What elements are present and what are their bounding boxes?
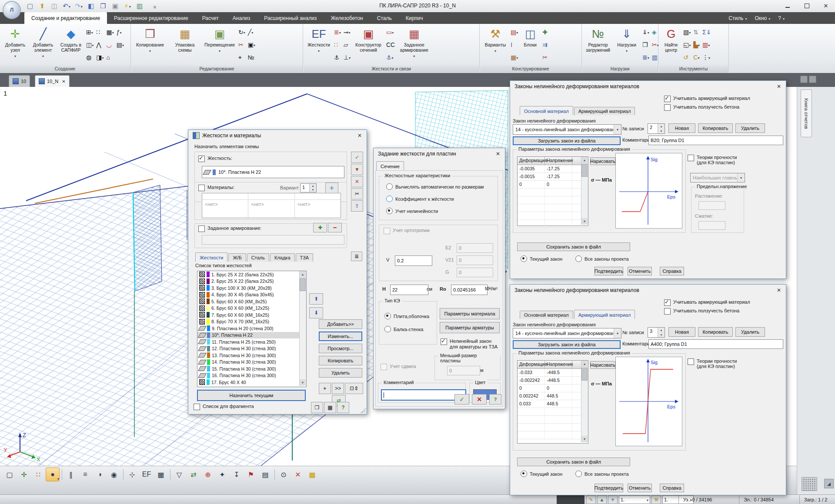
list-scrollbar[interactable]: ▲▼ bbox=[299, 271, 306, 386]
current-law-radio[interactable]: Текущий закон bbox=[521, 471, 562, 477]
ribbon-small-icon[interactable]: ⋮ bbox=[701, 52, 712, 63]
stiffness-list-item[interactable]: 16. Пластина Н 30 (стена 300) bbox=[197, 372, 306, 379]
stiffness-action-button[interactable]: Изменить... bbox=[319, 332, 362, 341]
law-table[interactable]: ДеформацияНапряжение -0.033-448.5-0.0022… bbox=[517, 360, 588, 444]
consider-reinforcement-checkbox[interactable]: Учитывать армирующий материал bbox=[664, 96, 750, 102]
stiffness-action-button[interactable]: Добавить>> bbox=[319, 319, 362, 329]
stiffness-list-item[interactable]: 9. Пластина Н 20 (стена 200) bbox=[197, 325, 306, 332]
table-row[interactable]: -0.033-448.5 bbox=[518, 369, 588, 377]
load-law-button[interactable]: Загрузить закон из файла bbox=[513, 340, 621, 349]
scissors-button[interactable]: ✂ bbox=[351, 188, 363, 199]
stiffness-list-item[interactable]: 2. Брус 25 X 22 (балка 22x25) bbox=[197, 278, 306, 285]
red-target-icon[interactable]: ⊕ bbox=[201, 468, 215, 481]
ribbon-tab[interactable]: Создание и редактирование bbox=[24, 12, 107, 24]
snapshot[interactable]: ▣ bbox=[110, 1, 121, 11]
ribbon-small-icon[interactable]: ⚓ bbox=[333, 52, 342, 63]
ribbon-small-icon[interactable]: ▧ bbox=[682, 27, 691, 38]
arrow-up-button[interactable]: ⇧ bbox=[351, 200, 363, 212]
concrete-creep-checkbox[interactable]: Учитывать ползучесть бетона bbox=[664, 104, 739, 111]
ribbon-small-icon[interactable]: ⊥ bbox=[343, 52, 351, 63]
copy[interactable]: ❒ Копирование bbox=[133, 26, 167, 66]
stiffness-ef-icon[interactable]: EF bbox=[140, 468, 154, 481]
stiffness-list-item[interactable]: 15. Пластина Н 30 (стена 300) bbox=[197, 365, 306, 372]
remove-reinforcement-button[interactable]: ━ bbox=[328, 223, 342, 232]
add-variant-button[interactable]: ✛ bbox=[325, 182, 338, 194]
table-row[interactable]: 0.002242448.5 bbox=[518, 392, 588, 400]
ribbon-small-icon[interactable]: ✚ bbox=[541, 27, 548, 38]
sum-flows-button[interactable]: ⊡⇕ bbox=[345, 383, 363, 394]
remove-assignment-button[interactable]: ✕ bbox=[351, 176, 363, 187]
nonlinearity-radio[interactable]: Учет нелинейности bbox=[386, 208, 438, 214]
ribbon-small-icon[interactable]: ◍ bbox=[85, 52, 94, 63]
reinforcing-material-tab[interactable]: Армирующий материал bbox=[574, 310, 635, 319]
ribbon-small-icon[interactable]: ⇓ bbox=[641, 27, 650, 38]
ribbon-small-icon[interactable]: ∷ bbox=[333, 39, 342, 50]
stiffness-dialog-tab[interactable]: Кладка bbox=[270, 253, 295, 262]
new-button[interactable]: Новая bbox=[668, 327, 695, 337]
document-tab-10[interactable]: 10 bbox=[9, 75, 30, 87]
stiffness-list-item[interactable]: 4. Брус 30 X 45 (балка 30x45) bbox=[197, 292, 306, 298]
draw-button[interactable]: Нарисовать bbox=[590, 361, 615, 369]
section-designer[interactable]: ▣Конструкторсечений bbox=[352, 26, 384, 66]
material-params-button[interactable]: Параметры материала bbox=[440, 308, 500, 319]
ribbon-small-icon[interactable]: ⚓ bbox=[385, 52, 396, 63]
ribbon-small-icon[interactable]: ◨ bbox=[95, 52, 104, 63]
table-row[interactable] bbox=[518, 416, 588, 424]
materials-table[interactable]: <нет> <нет> <нет> bbox=[202, 193, 341, 218]
comment-field[interactable]: A400; Группа D1 bbox=[648, 339, 783, 349]
concrete-creep-checkbox[interactable]: Учитывать ползучесть бетона bbox=[664, 308, 739, 315]
ribbon-tab[interactable]: Железобетон bbox=[324, 12, 370, 24]
strength-theory-checkbox[interactable]: Теории прочности(для КЭ пластин) bbox=[688, 155, 781, 165]
stiffness-dialog-tab[interactable]: Сталь bbox=[247, 253, 269, 262]
swap-arrows-icon[interactable]: ⇄ bbox=[187, 468, 200, 481]
ribbon-tab[interactable]: Расширенный анализ bbox=[257, 12, 324, 24]
toolbar-more-button[interactable]: ≡ bbox=[151, 2, 158, 12]
help-button[interactable]: Справка bbox=[660, 484, 684, 492]
help-button[interactable]: ? bbox=[337, 402, 349, 413]
table-scrollbar[interactable]: ▲▼ bbox=[581, 157, 588, 225]
ribbon-small-icon[interactable]: CC bbox=[385, 39, 396, 50]
table-row[interactable]: -0.0015-17.25 bbox=[518, 173, 588, 181]
table-scrollbar[interactable]: ▲▼ bbox=[581, 361, 588, 442]
new-document[interactable]: ▢ bbox=[24, 1, 36, 11]
next-loadcase-button[interactable]: ▼ bbox=[608, 495, 618, 504]
law-combo[interactable]: 14 - кусочно-линейный закон деформирован… bbox=[513, 124, 621, 135]
record-spinner[interactable]: 2▲▼ bbox=[648, 123, 665, 134]
save-law-button[interactable]: Сохранить закон в файл bbox=[517, 242, 630, 251]
ribbon-small-icon[interactable]: ▦ bbox=[106, 27, 115, 38]
stiffness-action-button[interactable]: Удалить bbox=[319, 368, 362, 378]
auto-calc-radio[interactable]: Вычислять автоматически по размерам bbox=[386, 183, 484, 190]
table-row[interactable]: -0.002242-448.5 bbox=[518, 377, 588, 385]
stiffness-checkbox[interactable]: Жесткость: bbox=[198, 156, 232, 162]
reinforcing-material-tab[interactable]: Армирующий материал bbox=[574, 107, 635, 115]
delete-button[interactable]: Удалить bbox=[735, 327, 765, 337]
draw-button[interactable]: Нарисовать bbox=[590, 157, 615, 165]
variant-spinner[interactable]: 1▲▼ bbox=[300, 183, 317, 192]
ribbon-small-icon[interactable]: ƒ bbox=[116, 27, 125, 38]
table-row[interactable] bbox=[518, 431, 588, 439]
clipboard-button[interactable]: ❒ bbox=[311, 402, 323, 413]
model-toggle-icon[interactable]: ▩ bbox=[305, 468, 319, 481]
ribbon-small-icon[interactable]: ≣ bbox=[641, 52, 650, 63]
ribbon-small-icon[interactable]: C bbox=[692, 52, 701, 63]
stiffness-list-item[interactable]: 17. Брус 40 X 40 bbox=[197, 379, 306, 386]
stiffness-list-item[interactable]: 1. Брус 25 X 22 (балка 22x25) bbox=[197, 271, 306, 278]
ribbon-small-icon[interactable]: ▤ bbox=[116, 39, 125, 50]
stiffness-dialog-tab[interactable]: Жесткости bbox=[195, 252, 227, 262]
pointer-filter-button[interactable]: ⌖ bbox=[319, 383, 331, 394]
move-up-button[interactable]: ⬆ bbox=[309, 293, 323, 305]
pack-model[interactable]: ▦ Упаковкасхемы bbox=[168, 26, 202, 66]
minimize-button[interactable] bbox=[781, 1, 794, 10]
comment-field[interactable]: B20; Группа D1 bbox=[648, 136, 783, 145]
stiffness-type-list[interactable]: 1. Брус 25 X 22 (балка 22x25) 2. Брус 25… bbox=[197, 271, 307, 387]
panel-grip[interactable] bbox=[802, 477, 817, 491]
expand-more-button[interactable]: >> bbox=[332, 383, 344, 394]
ring-icon[interactable]: ◉ bbox=[107, 468, 121, 481]
ribbon-small-icon[interactable]: ⌖ bbox=[237, 52, 246, 63]
stiffness-list-item[interactable]: 14. Пластина Н 30 (стена 300) bbox=[197, 359, 306, 366]
stiffness-list-item[interactable]: 6. Брус 60 X 60 (КМ_12x25) bbox=[197, 305, 306, 312]
set-current-button[interactable]: Назначить текущим bbox=[197, 390, 306, 401]
list-icon[interactable]: ≡ bbox=[78, 468, 92, 481]
stiffness-list-item[interactable]: 7. Брус 60 X 60 (КМ_16x25) bbox=[197, 312, 306, 318]
dialog-title-bar[interactable]: Законы нелинейного деформирования матери… bbox=[510, 81, 786, 92]
